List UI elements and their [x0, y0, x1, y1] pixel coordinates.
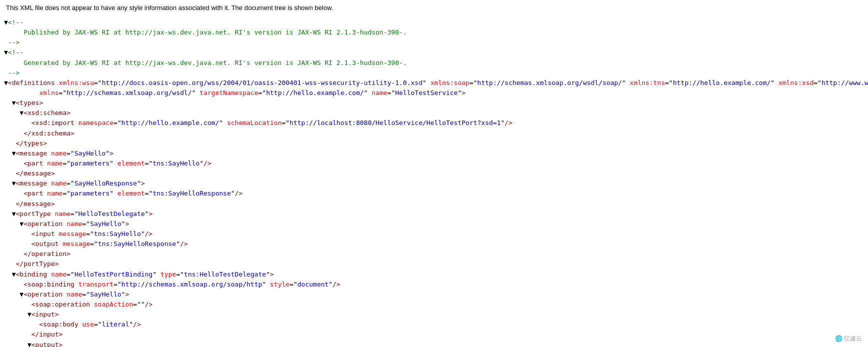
xml-attr-value: tns:SayHelloResponse [98, 240, 176, 248]
xml-attr-value: http://docs.oasis-open.org/wss/2004/01/o… [102, 79, 423, 86]
collapse-triangle[interactable]: ▼ [4, 48, 8, 56]
xml-equals: =" [82, 220, 90, 228]
xml-attr-value: SayHello [90, 290, 121, 298]
xml-attr-value: parameters [70, 190, 109, 197]
xml-equals: =" [94, 79, 102, 86]
xml-equals: =" [145, 160, 153, 167]
xml-attr-name: transport [78, 280, 113, 288]
xml-tag: <xsd:schema> [23, 109, 70, 116]
xml-attr-name: xmlns:wsu [59, 79, 94, 86]
collapse-triangle-empty [19, 280, 23, 288]
xml-attr-value: http://localhost:8080/HelloService/Hello… [289, 119, 501, 126]
xml-tag: <binding [15, 270, 50, 278]
xml-tag: <definitions [8, 79, 59, 86]
xml-line: <input message="tns:SayHello"/> [4, 229, 864, 239]
xml-quote-close: " [141, 300, 145, 308]
xml-attr-value: SayHello [74, 150, 106, 157]
xml-line: ▼<portType name="HelloTestDelegate"> [4, 209, 864, 219]
xml-attr-value: tns:HelloTestDelegate [184, 270, 266, 278]
collapse-triangle-empty [4, 38, 8, 46]
xml-line: </types> [4, 138, 864, 148]
xml-quote-close: " [622, 79, 626, 86]
xml-viewer: ▼<!-- Published by JAX-WS RI at http://j… [0, 16, 868, 347]
xml-tag: <portType [15, 210, 54, 218]
xml-quote-close: " [109, 190, 113, 197]
collapse-triangle-empty [4, 69, 8, 76]
collapse-triangle[interactable]: ▼ [4, 79, 8, 86]
xml-quote-close: " [771, 79, 775, 86]
xml-attr-value: HelloTestPortBinding [74, 270, 153, 278]
xml-quote-close: " [137, 180, 141, 187]
xml-attr-value: http://hello.example.com/ [266, 89, 364, 96]
xml-tag: /> [180, 240, 188, 248]
xml-tag: </message> [15, 200, 54, 208]
collapse-triangle[interactable]: ▼ [27, 341, 31, 348]
xml-tag: <output [31, 240, 63, 248]
xml-attr-value: document [297, 280, 329, 288]
collapse-triangle-empty [27, 330, 31, 338]
xml-tag: > [141, 180, 145, 187]
xml-tag: /> [333, 280, 341, 288]
info-text: This XML file does not appear to have an… [6, 4, 333, 12]
xml-equals: =" [62, 190, 70, 197]
xml-tag: /> [145, 300, 153, 308]
collapse-triangle-empty [19, 250, 23, 258]
collapse-triangle[interactable]: ▼ [19, 220, 23, 228]
xml-tag: /> [505, 119, 513, 126]
xml-attr-name: schemaLocation [227, 119, 282, 126]
xml-comment: <!-- [8, 18, 23, 26]
info-bar: This XML file does not appear to have an… [0, 0, 868, 16]
xml-attr-name: name [66, 290, 82, 298]
collapse-triangle[interactable]: ▼ [19, 109, 23, 116]
collapse-triangle[interactable]: ▼ [4, 18, 8, 26]
xml-equals: =" [66, 150, 74, 157]
xml-quote-close: " [141, 230, 145, 238]
xml-tag: > [149, 210, 153, 218]
xml-equals: =" [70, 210, 78, 218]
xml-attr-value: http://hello.example.com/ [121, 119, 219, 126]
xml-plain [156, 270, 160, 278]
xml-attr-name: use [82, 320, 94, 328]
xml-equals: =" [66, 270, 74, 278]
collapse-triangle-empty [19, 59, 23, 66]
xml-attr-value: tns:SayHelloResponse [152, 190, 231, 197]
xml-attr-value: http://www.w3.org/2001/XMLSchema [822, 79, 868, 86]
xml-line: <soap:operation soapAction=""/> [4, 300, 864, 310]
xml-tag: <xsd:import [31, 119, 78, 126]
collapse-triangle[interactable]: ▼ [19, 290, 23, 298]
xml-plain [113, 190, 117, 197]
xml-tag: > [125, 290, 129, 298]
xml-tag: </message> [15, 170, 54, 177]
watermark-text: 亿速云 [844, 335, 862, 342]
xml-tag: <output> [31, 341, 63, 348]
xml-tag: </input> [31, 330, 63, 338]
watermark: 🌐 亿速云 [835, 334, 862, 343]
xml-quote-close: " [121, 290, 125, 298]
xml-equals: =" [113, 119, 121, 126]
xml-attr-name: element [117, 160, 145, 167]
xml-equals: =" [282, 119, 290, 126]
xml-line: <output message="tns:SayHelloResponse"/> [4, 239, 864, 249]
xml-comment: Published by JAX-WS RI at http://jax-ws.… [23, 28, 407, 36]
xml-tag: > [462, 89, 466, 96]
xml-attr-value: HelloTestDelegate [78, 210, 145, 218]
xml-attr-name: style [270, 280, 289, 288]
xml-tag: <soap:binding [23, 280, 78, 288]
xml-equals: =" [113, 280, 121, 288]
collapse-triangle-empty [27, 119, 31, 126]
collapse-triangle-empty [27, 240, 31, 248]
xml-attr-name: message [59, 230, 86, 238]
xml-line: ▼<operation name="SayHello"> [4, 290, 864, 300]
collapse-triangle[interactable]: ▼ [27, 310, 31, 318]
xml-tag: <part [23, 160, 47, 167]
xml-line: ▼<operation name="SayHello"> [4, 219, 864, 229]
xml-tag: <operation [23, 220, 66, 228]
xml-tag: <soap:body [39, 320, 82, 328]
xml-attr-name: xmlns [39, 89, 58, 96]
xml-line: <xsd:import namespace="http://hello.exam… [4, 118, 864, 128]
xml-plain [426, 79, 430, 86]
xml-comment: Generated by JAX-WS RI at http://jax-ws.… [23, 59, 407, 66]
xml-quote-close: " [109, 160, 113, 167]
xml-attr-value: parameters [70, 160, 109, 167]
xml-attr-value: tns:SayHello [94, 230, 141, 238]
